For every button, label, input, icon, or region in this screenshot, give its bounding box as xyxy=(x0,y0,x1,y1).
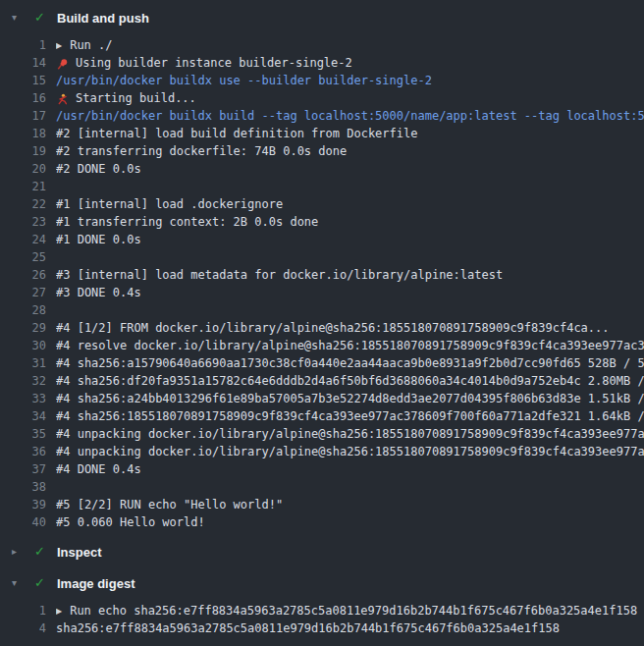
log-line: 22#1 [internal] load .dockerignore xyxy=(0,195,644,213)
line-number[interactable]: 26 xyxy=(0,266,46,284)
section-body-image-digest: 1▶Run echo sha256:e7ff8834a5963a2785c5a0… xyxy=(0,595,644,646)
line-number[interactable]: 25 xyxy=(0,248,46,266)
line-number[interactable]: 14 xyxy=(0,54,46,72)
log-line: 30#4 resolve docker.io/library/alpine@sh… xyxy=(0,337,644,354)
log-line: 38 xyxy=(0,478,644,496)
log-line: 1▶Run ./ xyxy=(0,36,644,54)
log-line: 29#4 [1/2] FROM docker.io/library/alpine… xyxy=(0,319,644,337)
line-number[interactable]: 33 xyxy=(0,390,46,407)
line-number[interactable]: 19 xyxy=(0,142,46,160)
line-number[interactable]: 35 xyxy=(0,425,46,443)
log-text: #4 [1/2] FROM docker.io/library/alpine@s… xyxy=(56,319,644,337)
log-text: #4 DONE 0.4s xyxy=(56,460,644,478)
log-text: #4 sha256:a24bb4013296f61e89ba57005a7b3e… xyxy=(56,390,644,407)
log-text: #1 DONE 0.0s xyxy=(56,231,644,248)
log-line: 18#2 [internal] load build definition fr… xyxy=(0,125,644,142)
log-text: #4 sha256:185518070891758909c9f839cf4ca3… xyxy=(56,407,644,425)
log-line: 31#4 sha256:a15790640a6690aa1730c38cf0a4… xyxy=(0,354,644,372)
section-image-digest: ▾ ✓ Image digest 1▶Run echo sha256:e7ff8… xyxy=(0,571,644,646)
log-line: 37#4 DONE 0.4s xyxy=(0,460,644,478)
section-title: Inspect xyxy=(57,545,102,560)
check-icon: ✓ xyxy=(34,540,48,564)
line-number[interactable]: 1 xyxy=(0,602,46,619)
line-number[interactable]: 15 xyxy=(0,72,46,89)
section-header-build-and-push[interactable]: ▾ ✓ Build and push xyxy=(0,6,644,29)
check-icon: ✓ xyxy=(34,6,48,29)
log-text-command: /usr/bin/docker buildx build --tag local… xyxy=(56,107,644,125)
line-number[interactable]: 37 xyxy=(0,460,46,478)
log-line: 39#5 [2/2] RUN echo "Hello world!" xyxy=(0,496,644,513)
log-text: #4 unpacking docker.io/library/alpine@sh… xyxy=(56,425,644,443)
line-number[interactable]: 34 xyxy=(0,407,46,425)
section-header-inspect[interactable]: ▸ ✓ Inspect xyxy=(0,540,644,564)
line-number[interactable]: 18 xyxy=(0,125,46,142)
log-line: 24#1 DONE 0.0s xyxy=(0,231,644,248)
log-text: #3 [internal] load metadata for docker.i… xyxy=(56,266,644,284)
section-inspect: ▸ ✓ Inspect xyxy=(0,540,644,564)
log-text: ▶Run echo sha256:e7ff8834a5963a2785c5a08… xyxy=(56,602,644,619)
log-line: 25 xyxy=(0,248,644,266)
log-text: #3 DONE 0.4s xyxy=(56,284,644,301)
log-line: 16Starting build... xyxy=(0,89,644,107)
line-number[interactable]: 24 xyxy=(0,231,46,248)
line-number[interactable]: 27 xyxy=(0,284,46,301)
section-build-and-push: ▾ ✓ Build and push 1▶Run ./14Using build… xyxy=(0,6,644,540)
log-text: Using builder instance builder-single-2 xyxy=(56,54,644,72)
line-number[interactable]: 20 xyxy=(0,160,46,178)
log-line: 27#3 DONE 0.4s xyxy=(0,284,644,301)
log-text: #2 [internal] load build definition from… xyxy=(56,125,644,142)
log-line: 4sha256:e7ff8834a5963a2785c5a0811e979d16… xyxy=(0,619,644,637)
line-number[interactable]: 17 xyxy=(0,107,46,125)
chevron-right-icon[interactable]: ▸ xyxy=(12,540,26,564)
line-number[interactable]: 39 xyxy=(0,496,46,513)
line-number[interactable]: 36 xyxy=(0,443,46,460)
log-text xyxy=(56,301,644,319)
log-line: 23#1 transferring context: 2B 0.0s done xyxy=(0,213,644,231)
line-number[interactable]: 16 xyxy=(0,89,46,107)
line-number[interactable]: 40 xyxy=(0,513,46,531)
section-title: Image digest xyxy=(57,576,134,591)
log-line: 1▶Run echo sha256:e7ff8834a5963a2785c5a0… xyxy=(0,602,644,619)
runner-icon xyxy=(56,90,70,107)
log-text: #4 sha256:df20fa9351a15782c64e6dddb2d4a6… xyxy=(56,372,644,390)
log-text: #4 sha256:a15790640a6690aa1730c38cf0a440… xyxy=(56,354,644,372)
log-line: 21 xyxy=(0,178,644,195)
log-text: #2 DONE 0.0s xyxy=(56,160,644,178)
section-body-build-and-push: 1▶Run ./14Using builder instance builder… xyxy=(0,29,644,540)
line-number[interactable]: 31 xyxy=(0,354,46,372)
log-text: #2 transferring dockerfile: 74B 0.0s don… xyxy=(56,142,644,160)
log-line: 20#2 DONE 0.0s xyxy=(0,160,644,178)
log-line: 33#4 sha256:a24bb4013296f61e89ba57005a7b… xyxy=(0,390,644,407)
line-number[interactable]: 32 xyxy=(0,372,46,390)
line-number[interactable]: 4 xyxy=(0,619,46,637)
log-line: 19#2 transferring dockerfile: 74B 0.0s d… xyxy=(0,142,644,160)
log-line: 26#3 [internal] load metadata for docker… xyxy=(0,266,644,284)
log-text xyxy=(56,178,644,195)
line-number[interactable]: 28 xyxy=(0,301,46,319)
line-number[interactable]: 1 xyxy=(0,36,46,54)
log-text: #4 unpacking docker.io/library/alpine@sh… xyxy=(56,443,644,460)
line-number[interactable]: 22 xyxy=(0,195,46,213)
line-number[interactable]: 38 xyxy=(0,478,46,496)
log-text: #4 resolve docker.io/library/alpine@sha2… xyxy=(56,337,644,354)
log-text: ▶Run ./ xyxy=(56,36,644,54)
section-header-image-digest[interactable]: ▾ ✓ Image digest xyxy=(0,571,644,595)
log-text: #5 [2/2] RUN echo "Hello world!" xyxy=(56,496,644,513)
check-icon: ✓ xyxy=(34,571,48,595)
log-text: #1 [internal] load .dockerignore xyxy=(56,195,644,213)
log-text: Starting build... xyxy=(56,89,644,107)
log-line: 28 xyxy=(0,301,644,319)
chevron-down-icon[interactable]: ▾ xyxy=(12,571,26,595)
chevron-down-icon[interactable]: ▾ xyxy=(12,6,26,29)
expand-run-icon[interactable]: ▶ xyxy=(56,37,62,54)
line-number[interactable]: 21 xyxy=(0,178,46,195)
line-number[interactable]: 30 xyxy=(0,337,46,354)
log-line: 14Using builder instance builder-single-… xyxy=(0,54,644,72)
expand-run-icon[interactable]: ▶ xyxy=(56,603,62,619)
log-line: 34#4 sha256:185518070891758909c9f839cf4c… xyxy=(0,407,644,425)
line-number[interactable]: 23 xyxy=(0,213,46,231)
pushpin-icon xyxy=(56,55,70,72)
log-text: #5 0.060 Hello world! xyxy=(56,513,644,531)
log-line: 35#4 unpacking docker.io/library/alpine@… xyxy=(0,425,644,443)
line-number[interactable]: 29 xyxy=(0,319,46,337)
